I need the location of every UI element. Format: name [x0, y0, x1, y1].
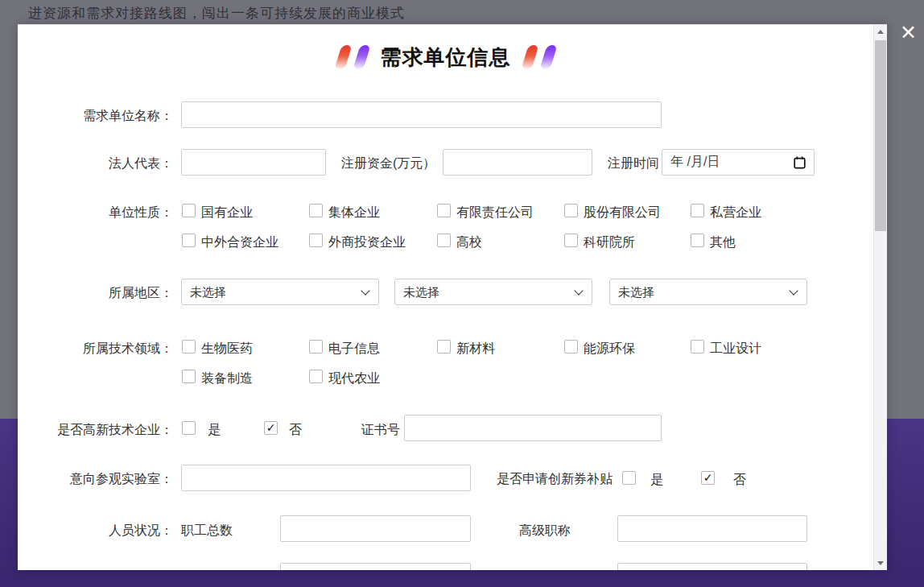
slash-accent-icon	[539, 45, 557, 69]
checkbox-tech-field-6[interactable]	[309, 370, 323, 383]
cert-number-input[interactable]	[404, 415, 662, 441]
region-select-province-control[interactable]: 未选择	[181, 279, 379, 305]
total-staff-input[interactable]	[280, 515, 471, 542]
checkbox-tech-field-5[interactable]	[182, 370, 196, 383]
date-placeholder: 年 /月/日	[670, 154, 720, 171]
cert-number-label: 证书号	[361, 422, 400, 439]
checkbox-unit-nature-1[interactable]	[309, 204, 323, 217]
legal-rep-input[interactable]	[181, 149, 326, 176]
checkbox-label: 是	[650, 472, 663, 489]
checkbox-label: 外商投资企业	[328, 234, 406, 251]
unit-nature-label: 单位性质：	[36, 205, 173, 221]
checkbox-label: 新材料	[456, 341, 495, 358]
checkbox-voucher-yes[interactable]	[622, 471, 636, 485]
voucher-label: 是否申请创新券补贴	[497, 471, 613, 488]
checkbox-label: 私营企业	[710, 205, 761, 221]
arrow-up-icon	[877, 30, 884, 34]
region-select-district: 未选择	[609, 279, 807, 305]
slash-accent-icon	[334, 45, 352, 69]
check-icon: ✓	[703, 471, 713, 484]
checkbox-label: 国有企业	[201, 205, 253, 221]
modal-scrollbar[interactable]	[873, 25, 887, 570]
modal-title: 需求单位信息	[381, 43, 511, 72]
scrollbar-thumb[interactable]	[875, 40, 886, 231]
next-row-input-2[interactable]	[617, 563, 807, 570]
checkbox-unit-nature-2[interactable]	[437, 204, 451, 217]
check-icon: ✓	[266, 421, 276, 434]
checkbox-label: 科研院所	[584, 234, 635, 251]
checkbox-unit-nature-4[interactable]	[691, 204, 704, 217]
personnel-label: 人员状况：	[36, 523, 173, 539]
checkbox-tech-field-2[interactable]	[437, 340, 451, 353]
reg-time-label: 注册时间	[608, 155, 659, 172]
region-select-city-control[interactable]: 未选择	[394, 279, 592, 305]
lab-visit-input[interactable]	[181, 465, 471, 491]
checkbox-label: 股份有限公司	[584, 205, 661, 221]
checkbox-unit-nature-3[interactable]	[564, 204, 578, 217]
checkbox-label: 有限责任公司	[456, 205, 534, 221]
checkbox-hitech-no[interactable]: ✓	[264, 421, 278, 435]
modal-title-row: 需求单位信息	[18, 43, 873, 72]
checkbox-tech-field-4[interactable]	[691, 340, 704, 353]
checkbox-label: 电子信息	[328, 341, 380, 358]
checkbox-label: 装备制造	[201, 370, 253, 387]
senior-title-label: 高级职称	[519, 523, 571, 539]
checkbox-label: 中外合资企业	[201, 234, 278, 251]
checkbox-unit-nature-7[interactable]	[437, 234, 451, 247]
close-icon[interactable]: ✕	[900, 23, 917, 43]
region-select-district-control[interactable]: 未选择	[609, 279, 807, 305]
arrow-down-icon	[877, 561, 884, 565]
checkbox-label: 否	[733, 472, 746, 489]
checkbox-tech-field-3[interactable]	[564, 340, 578, 353]
checkbox-label: 能源环保	[584, 341, 635, 358]
checkbox-label: 高校	[456, 234, 482, 251]
legal-rep-label: 法人代表：	[36, 155, 173, 172]
checkbox-unit-nature-0[interactable]	[182, 204, 196, 217]
tech-field-label: 所属技术领域：	[36, 341, 173, 358]
checkbox-tech-field-0[interactable]	[182, 340, 196, 353]
reg-time-date-input[interactable]: 年 /月/日	[662, 149, 815, 176]
slash-accent-icon	[521, 45, 538, 69]
checkbox-voucher-no[interactable]: ✓	[701, 471, 715, 485]
calendar-icon	[794, 156, 806, 169]
checkbox-label: 集体企业	[328, 205, 380, 221]
hitech-label: 是否高新技术企业：	[36, 422, 173, 439]
unit-name-label: 需求单位名称：	[36, 108, 173, 125]
background-page-text: 进资源和需求对接路线图，闯出一条可持续发展的商业模式	[28, 4, 405, 23]
region-select-city: 未选择	[394, 279, 592, 305]
scrollbar-up-button[interactable]	[874, 25, 887, 39]
checkbox-unit-nature-5[interactable]	[182, 234, 196, 247]
total-staff-label: 职工总数	[181, 523, 233, 539]
checkbox-label: 是	[208, 422, 221, 439]
scrollbar-down-button[interactable]	[874, 556, 887, 570]
checkbox-unit-nature-6[interactable]	[309, 234, 323, 247]
senior-title-input[interactable]	[617, 515, 807, 542]
checkbox-label: 现代农业	[328, 370, 380, 387]
checkbox-label: 其他	[710, 234, 736, 251]
reg-capital-label: 注册资金(万元）	[341, 155, 435, 172]
region-label: 所属地区：	[36, 285, 173, 302]
checkbox-label: 否	[289, 422, 302, 439]
checkbox-tech-field-1[interactable]	[309, 340, 323, 353]
checkbox-label: 生物医药	[201, 341, 253, 358]
checkbox-unit-nature-8[interactable]	[564, 234, 578, 247]
unit-name-input[interactable]	[181, 101, 662, 128]
checkbox-unit-nature-9[interactable]	[691, 234, 704, 247]
reg-capital-input[interactable]	[443, 149, 592, 176]
slash-accent-icon	[353, 45, 370, 69]
lab-visit-label: 意向参观实验室：	[36, 471, 173, 488]
checkbox-label: 工业设计	[710, 341, 761, 358]
checkbox-hitech-yes[interactable]	[182, 421, 196, 435]
next-row-input-1[interactable]	[280, 563, 471, 570]
region-select-province: 未选择	[181, 279, 379, 305]
demand-unit-info-modal: 需求单位信息 需求单位名称： 法人代表： 注册资金(万元） 注册时间 年 /月/…	[18, 24, 887, 570]
